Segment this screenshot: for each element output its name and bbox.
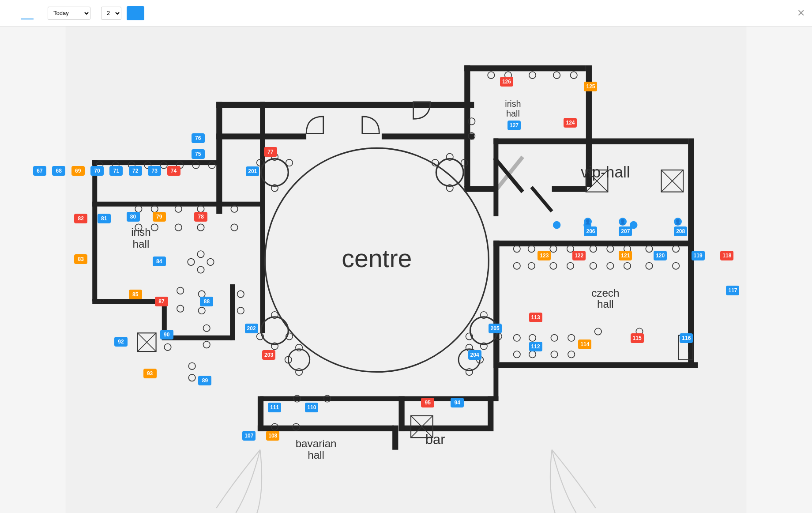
table-badge-75[interactable]: 75	[192, 149, 205, 159]
svg-text:bar: bar	[425, 432, 445, 447]
svg-text:centre: centre	[342, 244, 412, 272]
table-badge-71[interactable]: 71	[109, 166, 123, 176]
svg-rect-36	[464, 186, 494, 192]
table-badge-82[interactable]: 82	[74, 214, 87, 223]
table-badge-124[interactable]: 124	[564, 118, 577, 128]
table-badge-80[interactable]: 80	[127, 212, 140, 222]
svg-rect-29	[392, 426, 398, 450]
table-badge-87[interactable]: 87	[155, 297, 168, 306]
svg-rect-34	[464, 65, 470, 187]
table-badge-77[interactable]: 77	[264, 147, 277, 157]
table-badge-74[interactable]: 74	[167, 166, 180, 176]
table-badge-95[interactable]: 95	[421, 398, 434, 407]
svg-rect-30	[398, 426, 489, 431]
table-badge-114[interactable]: 114	[578, 339, 591, 349]
svg-rect-3	[382, 133, 474, 139]
svg-text:czech: czech	[591, 287, 619, 299]
table-badge-111[interactable]: 111	[268, 403, 281, 412]
floor-tabs	[7, 7, 34, 19]
svg-text:irish: irish	[505, 99, 521, 109]
svg-rect-1	[216, 102, 474, 108]
table-badge-116[interactable]: 116	[680, 333, 693, 343]
table-badge-85[interactable]: 85	[129, 290, 142, 299]
svg-rect-6	[92, 160, 97, 302]
svg-rect-22	[498, 241, 693, 246]
table-badge-119[interactable]: 119	[692, 251, 705, 260]
table-badge-83[interactable]: 83	[74, 254, 87, 264]
table-badge-108[interactable]: 108	[266, 431, 279, 441]
table-badge-115[interactable]: 115	[631, 333, 644, 343]
floor-tab-1[interactable]	[7, 7, 19, 19]
table-badge-88[interactable]: 88	[200, 297, 213, 306]
table-badge-79[interactable]: 79	[153, 212, 166, 222]
svg-text:hall: hall	[597, 298, 614, 310]
table-badge-120[interactable]: 120	[654, 251, 667, 260]
table-badge-113[interactable]: 113	[529, 313, 542, 322]
svg-text:irish: irish	[131, 226, 150, 238]
svg-rect-28	[258, 396, 263, 431]
svg-text:vip-hall: vip-hall	[581, 163, 630, 181]
svg-rect-7	[92, 299, 163, 304]
svg-rect-4	[216, 102, 222, 214]
table-badge-202[interactable]: 202	[245, 324, 258, 333]
svg-point-155	[553, 221, 561, 229]
table-badge-90[interactable]: 90	[160, 330, 173, 339]
table-badge-122[interactable]: 122	[572, 251, 586, 260]
table-badge-206[interactable]: 206	[584, 226, 597, 236]
svg-rect-24	[493, 241, 499, 362]
table-badge-81[interactable]: 81	[98, 214, 111, 223]
table-badge-126[interactable]: 126	[500, 77, 513, 87]
svg-rect-16	[493, 138, 498, 216]
map-container: centre	[0, 26, 812, 513]
close-button[interactable]: ✕	[797, 8, 805, 19]
svg-rect-32	[398, 396, 404, 431]
table-badge-110[interactable]: 110	[305, 403, 318, 412]
table-badge-94[interactable]: 94	[451, 398, 464, 407]
table-badge-84[interactable]: 84	[153, 256, 166, 266]
svg-rect-5	[92, 160, 219, 165]
table-badge-68[interactable]: 68	[52, 166, 65, 176]
table-badge-92[interactable]: 92	[114, 337, 128, 347]
table-badge-204[interactable]: 204	[468, 350, 481, 360]
seats-select[interactable]: 1 2 3 4	[101, 7, 121, 20]
date-select[interactable]: Today Tomorrow This week	[48, 7, 90, 20]
table-badge-69[interactable]: 69	[71, 166, 85, 176]
table-badge-205[interactable]: 205	[489, 324, 502, 333]
header: Today Tomorrow This week 1 2 3 4 ✕	[0, 0, 812, 26]
table-badge-203[interactable]: 203	[262, 350, 275, 360]
table-badge-89[interactable]: 89	[198, 376, 211, 385]
search-button[interactable]	[127, 6, 144, 20]
table-badge-78[interactable]: 78	[194, 212, 207, 222]
table-badge-107[interactable]: 107	[242, 431, 256, 441]
table-badge-67[interactable]: 67	[33, 166, 46, 176]
svg-rect-10	[230, 284, 235, 340]
table-badge-208[interactable]: 208	[674, 226, 687, 236]
table-badge-207[interactable]: 207	[619, 226, 632, 236]
svg-text:hall: hall	[308, 449, 324, 461]
svg-rect-33	[464, 65, 586, 71]
table-badge-201[interactable]: 201	[246, 166, 259, 176]
table-badge-93[interactable]: 93	[143, 369, 157, 378]
table-badge-72[interactable]: 72	[129, 166, 142, 176]
table-badge-121[interactable]: 121	[619, 251, 632, 260]
svg-rect-37	[552, 186, 587, 192]
table-badge-117[interactable]: 117	[726, 286, 739, 295]
svg-rect-31	[488, 396, 493, 431]
svg-text:hall: hall	[133, 238, 150, 250]
table-badge-118[interactable]: 118	[720, 251, 733, 260]
svg-text:bavarian: bavarian	[296, 438, 337, 449]
floor-tab-2[interactable]	[21, 7, 34, 19]
table-badge-112[interactable]: 112	[529, 342, 542, 351]
table-badge-76[interactable]: 76	[192, 133, 205, 143]
table-badge-125[interactable]: 125	[584, 82, 597, 91]
table-badge-70[interactable]: 70	[90, 166, 104, 176]
svg-rect-25	[493, 362, 698, 368]
table-badge-73[interactable]: 73	[148, 166, 161, 176]
svg-text:hall: hall	[506, 109, 520, 118]
table-badge-127[interactable]: 127	[508, 121, 521, 130]
table-badge-123[interactable]: 123	[538, 251, 551, 260]
